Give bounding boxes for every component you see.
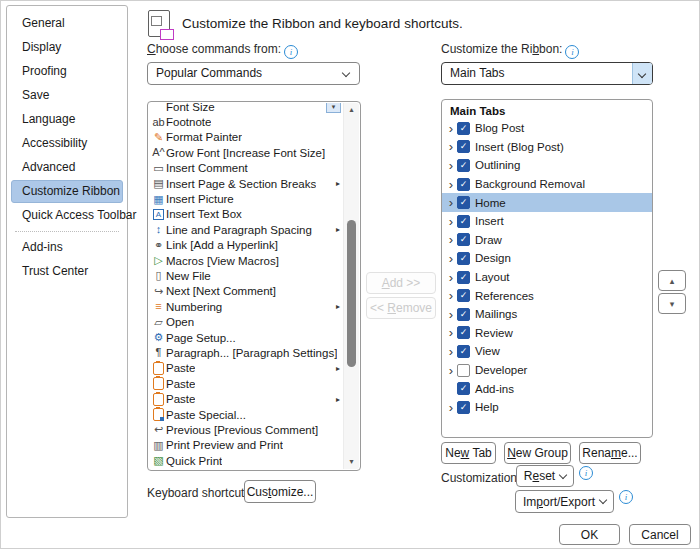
command-item-paste[interactable]: Paste: [151, 376, 343, 391]
command-item-paste-special[interactable]: Paste Special...: [151, 407, 343, 422]
command-item-line-and-paragraph-spacing[interactable]: ↕Line and Paragraph Spacing: [151, 222, 343, 237]
command-item-quick-print[interactable]: ▧Quick Print: [151, 453, 343, 468]
command-item-paste[interactable]: Paste: [151, 391, 343, 406]
ribbon-tab-mailings[interactable]: Mailings: [442, 305, 652, 324]
add-button[interactable]: Add >>: [366, 272, 436, 294]
scroll-up-icon[interactable]: [344, 103, 359, 117]
ribbon-tab-outlining[interactable]: Outlining: [442, 156, 652, 175]
info-icon[interactable]: [579, 466, 593, 480]
checkbox[interactable]: [457, 382, 470, 395]
ribbon-tab-design[interactable]: Design: [442, 249, 652, 268]
expand-chevron-icon[interactable]: [446, 271, 456, 284]
expand-chevron-icon[interactable]: [446, 215, 456, 228]
ribbon-tab-developer[interactable]: Developer: [442, 361, 652, 380]
ok-button[interactable]: OK: [559, 524, 620, 545]
ribbon-tab-review[interactable]: Review: [442, 324, 652, 343]
new-group-button[interactable]: New Group: [504, 442, 571, 464]
ribbon-tab-insert[interactable]: Insert: [442, 212, 652, 231]
command-item-insert-comment[interactable]: ▭Insert Comment: [151, 161, 343, 176]
expand-chevron-icon[interactable]: [446, 326, 456, 339]
command-item-font-size[interactable]: Font Size: [151, 103, 343, 114]
info-icon[interactable]: [619, 490, 633, 504]
cancel-button[interactable]: Cancel: [629, 524, 691, 545]
chevron-down-icon[interactable]: [632, 63, 652, 84]
command-item-insert-text-box[interactable]: AInsert Text Box: [151, 207, 343, 222]
sidebar-item-save[interactable]: Save: [11, 84, 123, 107]
main-tabs-list[interactable]: Main Tabs Blog PostInsert (Blog Post)Out…: [441, 99, 653, 438]
checkbox[interactable]: [457, 401, 470, 414]
ribbon-tab-layout[interactable]: Layout: [442, 268, 652, 287]
ribbon-tab-references[interactable]: References: [442, 286, 652, 305]
new-tab-button[interactable]: New Tab: [441, 442, 496, 464]
command-item-footnote[interactable]: abFootnote: [151, 114, 343, 129]
ribbon-tab-draw[interactable]: Draw: [442, 231, 652, 250]
checkbox[interactable]: [457, 122, 470, 135]
ribbon-tab-add-ins[interactable]: Add-ins: [442, 379, 652, 398]
move-down-button[interactable]: [658, 293, 686, 314]
checkbox[interactable]: [457, 345, 470, 358]
choose-commands-dropdown[interactable]: Popular Commands: [147, 62, 360, 85]
command-item-numbering[interactable]: ≡Numbering: [151, 299, 343, 314]
expand-chevron-icon[interactable]: [446, 401, 456, 414]
checkbox[interactable]: [457, 159, 470, 172]
info-icon[interactable]: [565, 45, 579, 59]
expand-chevron-icon[interactable]: [446, 364, 456, 377]
command-item-format-painter[interactable]: ✎Format Painter: [151, 130, 343, 145]
command-item-link-add-a-hyperlink[interactable]: ⚭Link [Add a Hyperlink]: [151, 238, 343, 253]
command-item-previous-previous-comment[interactable]: ↩Previous [Previous Comment]: [151, 422, 343, 437]
commands-scrollbar[interactable]: [343, 103, 359, 469]
keyboard-customize-button[interactable]: Customize...: [244, 480, 316, 503]
sidebar-item-language[interactable]: Language: [11, 108, 123, 131]
command-item-new-file[interactable]: ▯New File: [151, 268, 343, 283]
sidebar-item-display[interactable]: Display: [11, 36, 123, 59]
expand-chevron-icon[interactable]: [446, 289, 456, 302]
command-item-paragraph-paragraph-settings[interactable]: ¶Paragraph... [Paragraph Settings]: [151, 345, 343, 360]
expand-chevron-icon[interactable]: [446, 122, 456, 135]
checkbox[interactable]: [457, 271, 470, 284]
expand-chevron-icon[interactable]: [446, 140, 456, 153]
checkbox[interactable]: [457, 178, 470, 191]
sidebar-item-general[interactable]: General: [11, 12, 123, 35]
command-item-insert-page-section-breaks[interactable]: ▤Insert Page & Section Breaks: [151, 176, 343, 191]
commands-list[interactable]: Font SizeabFootnote✎Format PainterA^Grow…: [147, 101, 361, 471]
reset-button[interactable]: Reset: [516, 465, 574, 487]
expand-chevron-icon[interactable]: [446, 196, 456, 209]
checkbox[interactable]: [457, 196, 470, 209]
sidebar-item-trust-center[interactable]: Trust Center: [11, 260, 123, 283]
rename-button[interactable]: Rename...: [579, 442, 641, 464]
ribbon-tab-view[interactable]: View: [442, 342, 652, 361]
info-icon[interactable]: [284, 45, 298, 59]
command-item-macros-view-macros[interactable]: ▷Macros [View Macros]: [151, 253, 343, 268]
move-up-button[interactable]: [658, 270, 686, 291]
checkbox[interactable]: [457, 215, 470, 228]
remove-button[interactable]: << Remove: [366, 297, 436, 319]
command-item-grow-font-increase-font-size[interactable]: A^Grow Font [Increase Font Size]: [151, 145, 343, 160]
scroll-down-icon[interactable]: [344, 455, 359, 469]
checkbox[interactable]: [457, 326, 470, 339]
sidebar-item-advanced[interactable]: Advanced: [11, 156, 123, 179]
command-item-open[interactable]: ▱Open: [151, 314, 343, 329]
checkbox[interactable]: [457, 233, 470, 246]
command-item-page-setup[interactable]: ⚙Page Setup...: [151, 330, 343, 345]
command-item-next-next-comment[interactable]: ↪Next [Next Comment]: [151, 284, 343, 299]
expand-chevron-icon[interactable]: [446, 233, 456, 246]
sidebar-item-accessibility[interactable]: Accessibility: [11, 132, 123, 155]
expand-chevron-icon[interactable]: [446, 252, 456, 265]
ribbon-tab-blog-post[interactable]: Blog Post: [442, 119, 652, 138]
command-item-insert-picture[interactable]: ▦Insert Picture: [151, 191, 343, 206]
checkbox[interactable]: [457, 308, 470, 321]
sidebar-item-customize-ribbon[interactable]: Customize Ribbon: [11, 180, 123, 203]
ribbon-tab-insert-blog-post[interactable]: Insert (Blog Post): [442, 138, 652, 157]
expand-chevron-icon[interactable]: [446, 159, 456, 172]
command-item-print-preview-and-print[interactable]: ▥Print Preview and Print: [151, 438, 343, 453]
sidebar-item-proofing[interactable]: Proofing: [11, 60, 123, 83]
ribbon-tab-background-removal[interactable]: Background Removal: [442, 175, 652, 194]
checkbox[interactable]: [457, 140, 470, 153]
checkbox[interactable]: [457, 289, 470, 302]
sidebar-item-quick-access-toolbar[interactable]: Quick Access Toolbar: [11, 204, 123, 227]
expand-chevron-icon[interactable]: [446, 345, 456, 358]
expand-chevron-icon[interactable]: [446, 178, 456, 191]
scrollbar-thumb[interactable]: [347, 220, 356, 366]
command-item-paste[interactable]: Paste: [151, 361, 343, 376]
expand-chevron-icon[interactable]: [446, 308, 456, 321]
